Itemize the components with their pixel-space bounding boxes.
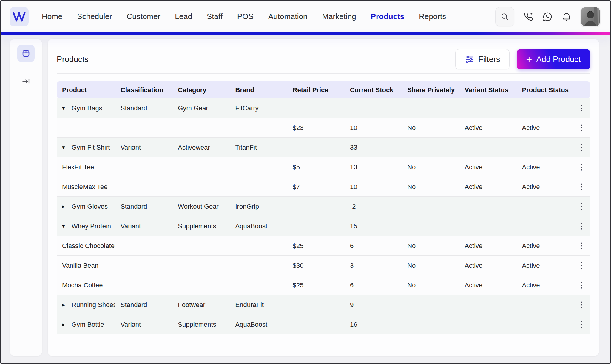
cell-product: ▾ Gym Bags: [57, 104, 115, 112]
row-menu-button[interactable]: ⋮: [575, 298, 588, 312]
row-menu-button[interactable]: ⋮: [575, 180, 588, 193]
cell-current-stock: 33: [345, 144, 402, 151]
column-header-current-stock: Current Stock: [345, 86, 402, 94]
arrow-bar-right-icon: [21, 77, 30, 86]
cell-current-stock: -2: [345, 203, 402, 210]
nav-item-staff[interactable]: Staff: [207, 12, 223, 21]
row-menu-button[interactable]: ⋮: [575, 161, 588, 174]
cell-current-stock: 6: [345, 281, 402, 289]
cell-share-privately: No: [402, 124, 459, 132]
nav-item-home[interactable]: Home: [42, 12, 62, 21]
table-row[interactable]: ▸ Running Shoes Standard Footwear Endura…: [57, 295, 590, 315]
nav-item-marketing[interactable]: Marketing: [322, 12, 356, 21]
row-menu-button[interactable]: ⋮: [575, 200, 588, 213]
filters-sliders-icon: [465, 55, 474, 64]
cell-product: ▾ Gym Fit Shirt: [57, 144, 115, 151]
row-menu-button[interactable]: ⋮: [575, 259, 588, 272]
table-row[interactable]: Classic Chocolate $25 6 No Active Active…: [57, 236, 590, 256]
nav-item-customer[interactable]: Customer: [126, 12, 160, 21]
product-box-icon: [21, 49, 31, 58]
whatsapp-button[interactable]: [542, 12, 553, 22]
user-avatar[interactable]: [581, 7, 600, 27]
cell-category: Footwear: [172, 301, 230, 309]
caret-icon[interactable]: ▸: [62, 204, 69, 209]
filters-button[interactable]: Filters: [455, 49, 510, 69]
cell-category: Gym Gear: [172, 104, 230, 112]
table-row[interactable]: ▸ Gym Bottle Variant Supplements AquaBoo…: [57, 315, 590, 334]
sidebar-collapse-button[interactable]: [17, 73, 35, 90]
cell-product-status: Active: [517, 262, 573, 269]
cell-variant-status: Active: [459, 281, 516, 289]
logo-w-icon: [13, 11, 26, 22]
caret-icon[interactable]: ▸: [62, 302, 69, 308]
cell-brand: AquaBoost: [230, 222, 287, 230]
cell-product-status: Active: [517, 242, 573, 250]
cell-retail-price: $30: [287, 262, 345, 269]
row-menu-button[interactable]: ⋮: [575, 141, 588, 154]
table-row[interactable]: ▸ Gym Gloves Standard Workout Gear IronG…: [57, 197, 590, 216]
add-product-button[interactable]: + Add Product: [517, 49, 590, 69]
table-row[interactable]: Mocha Coffee $25 6 No Active Active ⋮: [57, 275, 590, 295]
call-button[interactable]: [523, 12, 533, 22]
caret-icon[interactable]: ▾: [62, 223, 69, 229]
cell-classification: Standard: [115, 301, 172, 309]
plus-icon: +: [526, 54, 532, 64]
page-content: Products Filters +: [1, 39, 610, 363]
table-row[interactable]: MuscleMax Tee $7 10 No Active Active ⋮: [57, 177, 590, 197]
nav-item-products[interactable]: Products: [371, 12, 405, 21]
cell-retail-price: $7: [287, 183, 345, 191]
cell-current-stock: 6: [345, 242, 402, 250]
table-row[interactable]: FlexFit Tee $5 13 No Active Active ⋮: [57, 157, 590, 177]
cell-brand: EnduraFit: [230, 301, 287, 309]
nav-item-pos[interactable]: POS: [237, 12, 254, 21]
cell-product: ▸ Running Shoes: [57, 301, 115, 309]
table-row[interactable]: $23 10 No Active Active ⋮: [57, 118, 590, 138]
cell-product: ▸ Gym Gloves: [57, 203, 115, 210]
cell-product-status: Active: [517, 281, 573, 289]
bell-icon: [561, 12, 572, 22]
row-menu-button[interactable]: ⋮: [575, 318, 588, 331]
table-row[interactable]: ▾ Whey Protein Variant Supplements AquaB…: [57, 216, 590, 236]
filters-label: Filters: [478, 55, 500, 64]
cell-product: Mocha Coffee: [57, 281, 115, 289]
cell-current-stock: 13: [345, 163, 402, 171]
cell-brand: IronGrip: [230, 203, 287, 210]
row-menu-button[interactable]: ⋮: [575, 239, 588, 253]
cell-current-stock: 10: [345, 183, 402, 191]
nav-item-lead[interactable]: Lead: [175, 12, 192, 21]
nav-item-automation[interactable]: Automation: [268, 12, 308, 21]
sidebar-item-products[interactable]: [17, 45, 35, 62]
nav-item-reports[interactable]: Reports: [419, 12, 446, 21]
table-row[interactable]: ▾ Gym Bags Standard Gym Gear FitCarry ⋮: [57, 98, 590, 118]
nav-item-scheduler[interactable]: Scheduler: [77, 12, 112, 21]
cell-brand: AquaBoost: [230, 321, 287, 329]
cell-classification: Standard: [115, 104, 172, 112]
app-logo[interactable]: [10, 7, 29, 26]
cell-variant-status: Active: [459, 183, 516, 191]
cell-current-stock: 9: [345, 301, 402, 309]
caret-icon[interactable]: ▸: [62, 322, 69, 327]
caret-icon[interactable]: ▾: [62, 145, 69, 150]
caret-icon[interactable]: ▾: [62, 105, 69, 111]
cell-variant-status: Active: [459, 262, 516, 269]
search-icon: [500, 12, 509, 21]
search-button[interactable]: [495, 7, 514, 26]
row-menu-button[interactable]: ⋮: [575, 102, 588, 115]
app-window: HomeSchedulerCustomerLeadStaffPOSAutomat…: [0, 0, 611, 364]
column-header-product-status: Product Status: [517, 86, 573, 94]
column-header-brand: Brand: [230, 86, 287, 94]
cell-product: ▸ Gym Bottle: [57, 321, 115, 329]
cell-classification: Variant: [115, 222, 172, 230]
table-row[interactable]: ▾ Gym Fit Shirt Variant Activewear Titan…: [57, 138, 590, 157]
table-row[interactable]: Vanilla Bean $30 3 No Active Active ⋮: [57, 256, 590, 275]
nav-actions: [495, 7, 600, 27]
row-menu-button[interactable]: ⋮: [575, 121, 588, 134]
cell-category: Supplements: [172, 222, 230, 230]
row-menu-button[interactable]: ⋮: [575, 279, 588, 292]
panel-header: Products Filters +: [57, 47, 590, 72]
cell-share-privately: No: [402, 281, 459, 289]
cell-product-status: Active: [517, 124, 573, 132]
notifications-button[interactable]: [561, 12, 572, 22]
row-menu-button[interactable]: ⋮: [575, 220, 588, 233]
header-divider: [57, 73, 590, 74]
